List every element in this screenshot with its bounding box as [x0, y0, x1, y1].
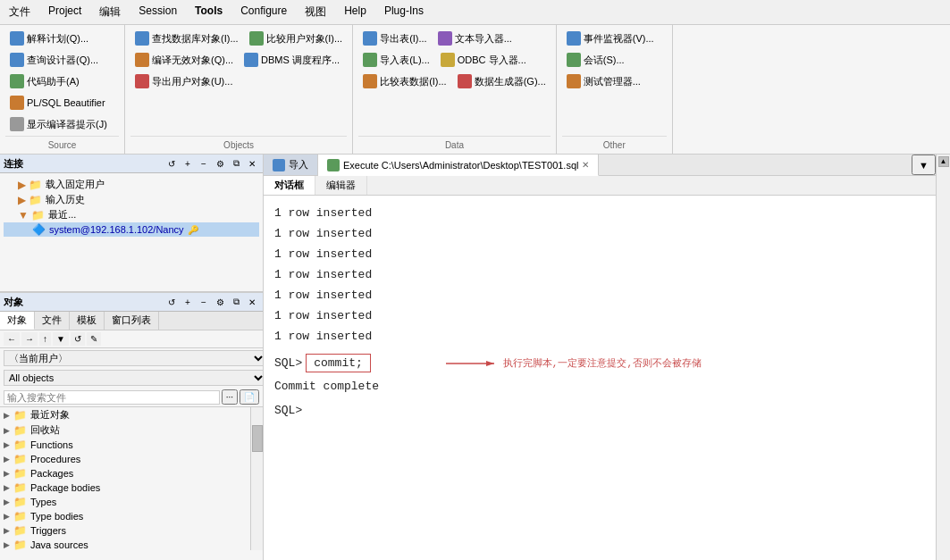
tab-dropdown-button[interactable]: ▼: [912, 155, 936, 175]
explain-plan-icon: [10, 31, 24, 46]
event-monitor-button[interactable]: 事件监视器(V)...: [562, 29, 659, 48]
dbms-scheduler-button[interactable]: DBMS 调度程序...: [240, 50, 344, 70]
execute-tab[interactable]: Execute C:\Users\Administrator\Desktop\T…: [318, 155, 599, 176]
beautifier-button[interactable]: PL/SQL Beautifier: [5, 93, 110, 113]
objects-add-button[interactable]: +: [181, 295, 195, 309]
output-line-6: 1 row inserted: [274, 305, 925, 326]
import-table-icon: [363, 53, 377, 67]
output-line-2: 1 row inserted: [274, 223, 925, 244]
odbc-importer-icon: [441, 53, 455, 67]
connection-float-button[interactable]: ⧉: [229, 156, 243, 171]
sub-tab-dialog[interactable]: 对话框: [264, 176, 315, 195]
list-item-type-bodies[interactable]: ▶ 📁 Type bodies: [0, 509, 250, 523]
list-item-procedures[interactable]: ▶ 📁 Procedures: [0, 452, 250, 466]
obj-filter-button[interactable]: ▼: [53, 332, 69, 346]
objects-close-button[interactable]: ✕: [245, 295, 259, 309]
sub-tab-editor[interactable]: 编辑器: [315, 176, 367, 195]
connection-panel-header: 连接 ↺ + − ⚙ ⧉ ✕: [0, 155, 263, 173]
toolbar-other: 事件监视器(V)... 会话(S)... 测试管理器... Other: [557, 25, 673, 154]
objects-tree[interactable]: ▶ 📁 最近对象 ▶ 📁 回收站 ▶ 📁 Functions: [0, 407, 263, 550]
beautifier-icon: [10, 96, 24, 110]
code-assistant-button[interactable]: 代码助手(A): [5, 71, 84, 91]
list-item-recent[interactable]: ▶ 📁 最近对象: [0, 407, 250, 422]
tab-templates[interactable]: 模板: [70, 312, 105, 330]
load-fixed-users-item[interactable]: ▶ 📁 载入固定用户: [4, 177, 259, 192]
compile-invalid-button[interactable]: 编译无效对象(Q)...: [130, 50, 238, 70]
connection-add-button[interactable]: +: [181, 156, 195, 171]
connection-db-item[interactable]: 🔷 system@192.168.1.102/Nancy 🔑: [4, 222, 259, 237]
list-item-package-bodies[interactable]: ▶ 📁 Package bodies: [0, 481, 250, 495]
explain-plan-button[interactable]: 解释计划(Q)...: [5, 29, 93, 48]
odbc-importer-button[interactable]: ODBC 导入器...: [436, 50, 531, 70]
obj-back-button[interactable]: ←: [4, 332, 20, 346]
export-user-objects-button[interactable]: 导出用户对象(U)...: [130, 71, 237, 91]
tab-bar: 导入 Execute C:\Users\Administrator\Deskto…: [264, 155, 936, 176]
annotation-container: 执行完脚本,一定要注意提交,否则不会被存储: [446, 355, 702, 372]
menu-tools[interactable]: Tools: [186, 2, 231, 22]
search-input[interactable]: [4, 390, 220, 405]
menu-plugins[interactable]: Plug-Ins: [375, 2, 433, 22]
compare-users-button[interactable]: 比较用户对象(I)...: [245, 29, 348, 48]
toolbar-source: 解释计划(Q)... 查询设计器(Q)... 代码助手(A) PL/SQL Be…: [0, 25, 125, 154]
objects-refresh-button[interactable]: ↺: [164, 295, 179, 309]
recent-item[interactable]: ▼ 📁 最近...: [4, 207, 259, 222]
scrollbar-thumb[interactable]: [252, 425, 263, 452]
list-item-packages[interactable]: ▶ 📁 Packages: [0, 466, 250, 481]
session-button[interactable]: 会话(S)...: [562, 50, 629, 70]
menu-project[interactable]: Project: [39, 2, 90, 22]
execute-tab-close[interactable]: ✕: [582, 160, 589, 170]
import-tab[interactable]: 导入: [264, 155, 318, 175]
scrollbar-up[interactable]: ▲: [938, 156, 949, 167]
test-manager-button[interactable]: 测试管理器...: [562, 71, 645, 91]
connection-remove-button[interactable]: −: [197, 156, 211, 171]
list-item-triggers[interactable]: ▶ 📁 Triggers: [0, 523, 250, 538]
menu-file[interactable]: 文件: [0, 2, 39, 22]
list-item-types[interactable]: ▶ 📁 Types: [0, 495, 250, 509]
obj-refresh-button[interactable]: ↺: [71, 332, 85, 346]
menu-configure[interactable]: Configure: [231, 2, 296, 22]
obj-forward-button[interactable]: →: [21, 332, 38, 346]
data-generator-button[interactable]: 数据生成器(G)...: [453, 71, 551, 91]
text-importer-icon: [438, 31, 452, 46]
sql-prompt-commit: SQL> commit; 执行完脚本,一定要注意提交,否则不会被存储: [274, 354, 925, 372]
objects-scrollbar[interactable]: [250, 407, 263, 550]
list-item-java-sources[interactable]: ▶ 📁 Java sources: [0, 538, 250, 550]
obj-new-button[interactable]: ✎: [87, 332, 101, 346]
tab-objects[interactable]: 对象: [0, 312, 35, 330]
connection-close-button[interactable]: ✕: [245, 156, 259, 171]
compiler-hints-button[interactable]: 显示编译器提示(J): [5, 114, 112, 134]
query-designer-button[interactable]: 查询设计器(Q)...: [5, 50, 103, 70]
connection-settings-button[interactable]: ⚙: [213, 156, 227, 171]
filter-select[interactable]: All objects: [4, 370, 263, 386]
dbms-scheduler-icon: [244, 53, 258, 67]
menu-edit[interactable]: 编辑: [90, 2, 130, 22]
objects-settings-button[interactable]: ⚙: [213, 295, 227, 309]
objects-remove-button[interactable]: −: [197, 295, 211, 309]
connection-refresh-button[interactable]: ↺: [164, 156, 179, 171]
search-clear-button[interactable]: 📄: [240, 389, 259, 405]
input-history-item[interactable]: ▶ 📁 输入历史: [4, 192, 259, 207]
obj-up-button[interactable]: ↑: [39, 332, 51, 346]
right-scrollbar[interactable]: ▲ ▼: [936, 155, 950, 560]
menu-session[interactable]: Session: [130, 2, 186, 22]
tab-files[interactable]: 文件: [35, 312, 70, 330]
search-button[interactable]: ···: [222, 389, 238, 405]
text-importer-button[interactable]: 文本导入器...: [433, 29, 517, 48]
commit-complete-line: Commit complete: [274, 376, 925, 397]
import-table-button[interactable]: 导入表(L)...: [358, 50, 434, 70]
list-item-functions[interactable]: ▶ 📁 Functions: [0, 438, 250, 452]
list-item-recyclebin[interactable]: ▶ 📁 回收站: [0, 422, 250, 438]
export-user-icon: [135, 74, 149, 88]
export-table-button[interactable]: 导出表(I)...: [358, 29, 432, 48]
find-db-objects-button[interactable]: 查找数据库对象(I)...: [130, 29, 243, 48]
obj-search: ··· 📄: [0, 388, 263, 407]
menu-view[interactable]: 视图: [296, 2, 335, 22]
tab-spacer: [599, 155, 912, 175]
code-assistant-icon: [10, 74, 24, 88]
menu-help[interactable]: Help: [335, 2, 375, 22]
tab-window-list[interactable]: 窗口列表: [105, 312, 159, 330]
user-select[interactable]: 〈当前用户〉: [4, 350, 263, 366]
output-area[interactable]: 1 row inserted 1 row inserted 1 row inse…: [264, 196, 936, 560]
objects-float-button[interactable]: ⧉: [229, 295, 243, 309]
compare-table-data-button[interactable]: 比较表数据(I)...: [358, 71, 451, 91]
